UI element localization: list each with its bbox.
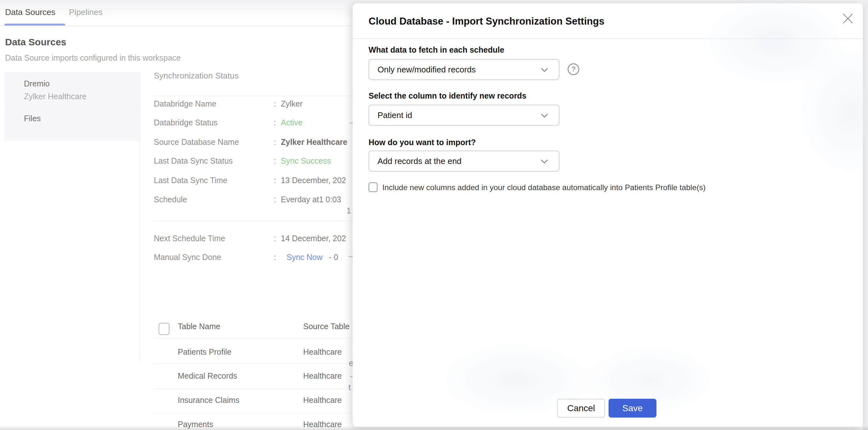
field-label: Databridge Status [154, 118, 274, 127]
field-row-last-sync-status: Last Data Sync Status : Sync Success [154, 156, 352, 166]
field-colon: : [274, 176, 281, 185]
identify-column-select[interactable]: Patient id [369, 105, 559, 126]
sync-status-section-title: Synchronization Status [154, 71, 239, 80]
save-button[interactable]: Save [609, 399, 656, 418]
field-value: Zylker [281, 99, 303, 108]
fetch-mode-label: What data to fetch in each schedule [369, 45, 504, 55]
table-name-header: Table Name [178, 322, 220, 331]
dialog-header-divider [352, 38, 863, 39]
chevron-down-icon [541, 113, 548, 118]
close-icon[interactable] [841, 12, 854, 25]
sync-now-link[interactable]: Sync Now [286, 253, 322, 262]
fetch-mode-select[interactable]: Only new/modified records [369, 59, 559, 80]
field-colon: : [274, 137, 281, 147]
background-blob [697, 0, 850, 89]
page-title: Data Sources [5, 36, 66, 48]
import-mode-label: How do you want to import? [369, 137, 476, 147]
field-label: Last Data Sync Status [154, 156, 274, 166]
dialog-title: Cloud Database - Import Synchronization … [369, 15, 604, 27]
page-bottom-shade [0, 426, 868, 430]
table-header-row: Table Name Source Table [154, 322, 352, 331]
field-row-next-schedule: Next Schedule Time : 14 December, 202 [154, 233, 352, 243]
screen: Data Sources Pipelines Data Sources Data… [0, 0, 868, 430]
clipped-text-fragment: e [349, 359, 352, 368]
table-row[interactable]: Insurance Claims Healthcare [154, 396, 352, 405]
sidebar-divider [4, 107, 140, 107]
sidebar-item-files[interactable]: Files [24, 114, 41, 123]
import-mode-select[interactable]: Add records at the end [369, 151, 559, 172]
table-cell-source: Healthcare [303, 348, 352, 357]
field-label: Databridge Name [154, 99, 274, 108]
clipped-text-fragment: 1 [347, 206, 352, 215]
table-cell-name: Medical Records [178, 371, 237, 381]
table-cell-name: Insurance Claims [178, 396, 239, 405]
field-row-manual-sync: Manual Sync Done : Sync Now - 0 [154, 252, 352, 262]
help-icon[interactable]: ? [568, 64, 579, 75]
field-value: 14 December, 202 [281, 234, 346, 243]
field-label: Manual Sync Done [154, 253, 274, 262]
field-value: 13 December, 202 [281, 176, 346, 185]
field-label: Next Schedule Time [154, 234, 274, 243]
selected-value: Add records at the end [377, 156, 461, 166]
clipped-edit-icon-fragment [348, 256, 352, 257]
sidebar-item-dremio-subtitle: Zylker Healthcare [24, 92, 87, 101]
field-colon: : [274, 118, 281, 127]
field-label: Last Data Sync Time [154, 176, 274, 185]
field-colon: : [274, 156, 281, 166]
identify-column-label: Select the column to identify new record… [369, 91, 527, 100]
field-row-last-sync-time: Last Data Sync Time : 13 December, 202 [154, 175, 352, 185]
field-label: Source Database Name [154, 137, 274, 147]
status-badge: Sync Success [281, 156, 331, 166]
field-label: Schedule [154, 195, 274, 204]
page-edge-strip [863, 0, 868, 430]
import-sync-settings-dialog: Cloud Database - Import Synchronization … [352, 3, 863, 427]
table-cell-name: Patients Profile [178, 348, 231, 357]
table-row[interactable]: Patients Profile Healthcare [154, 348, 352, 357]
include-new-columns-checkbox[interactable] [369, 183, 377, 192]
table-row[interactable]: Medical Records Healthcare [154, 371, 352, 381]
section-divider [154, 96, 352, 96]
clipped-text-fragment: t [348, 383, 352, 392]
table-divider [154, 338, 352, 338]
field-colon: : [274, 253, 281, 262]
chevron-down-icon [541, 68, 548, 72]
table-divider [154, 413, 349, 414]
sidebar-vertical-divider [140, 72, 140, 360]
chevron-down-icon [541, 160, 548, 164]
field-colon: : [274, 195, 281, 204]
background-blob [793, 41, 868, 182]
tabs-divider [0, 26, 352, 26]
table-cell-source: Healthcare [303, 396, 352, 405]
selected-value: Patient id [377, 110, 412, 120]
field-row-schedule: Schedule : Everday at1 0:03 [154, 194, 352, 204]
table-divider [154, 364, 352, 364]
help-glyph: ? [571, 65, 576, 73]
field-row-source-database: Source Database Name : Zylker Healthcare [154, 137, 352, 147]
table-cell-source: Healthcare [303, 371, 352, 381]
field-colon: : [274, 234, 281, 243]
clipped-edit-icon-fragment [350, 123, 352, 124]
selected-value: Only new/modified records [377, 65, 476, 75]
field-row-databridge-status: Databridge Status : Active [154, 118, 352, 128]
page-subtitle: Data Source imports configured in this w… [5, 53, 181, 63]
sync-count: - 0 [329, 253, 338, 262]
cancel-button[interactable]: Cancel [557, 399, 605, 418]
field-value: Everday at1 0:03 [281, 195, 341, 204]
field-value: Zylker Healthcare [281, 137, 347, 147]
sidebar-item-dremio[interactable]: Dremio [24, 79, 50, 88]
status-badge: Active [281, 118, 303, 127]
table-divider [154, 389, 352, 389]
source-table-header: Source Table [303, 322, 352, 331]
tab-data-sources[interactable]: Data Sources [5, 7, 56, 17]
field-colon: : [274, 99, 281, 108]
tab-pipelines[interactable]: Pipelines [69, 7, 103, 17]
include-new-columns-label: Include new columns added in your cloud … [382, 183, 706, 192]
field-row-databridge-name: Databridge Name : Zylker [154, 99, 352, 109]
